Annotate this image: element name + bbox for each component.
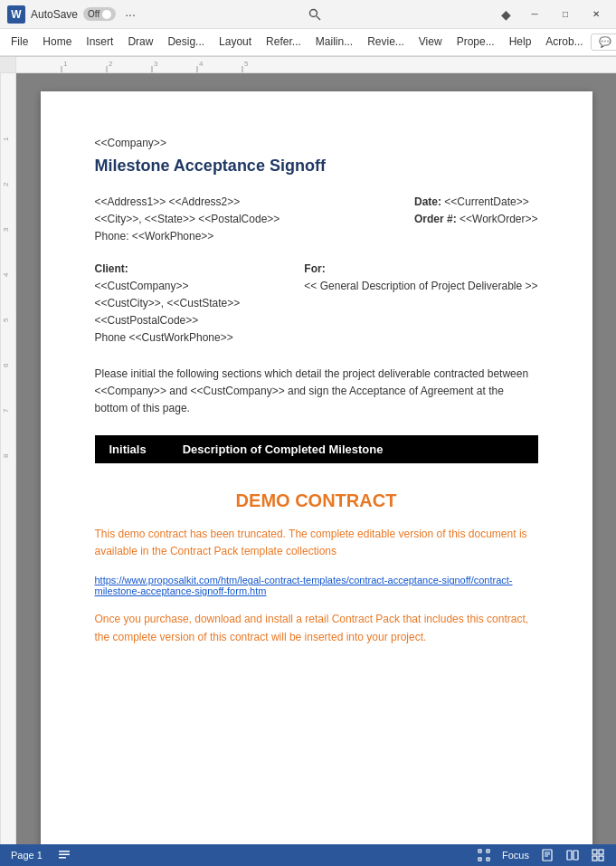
- autosave-state: Off: [88, 9, 100, 19]
- tab-insert[interactable]: Insert: [79, 32, 120, 53]
- client-company: <<CustCompany>>: [95, 278, 241, 295]
- ruler-corner: [0, 57, 16, 72]
- close-button[interactable]: ✕: [583, 5, 609, 24]
- autosave-toggle[interactable]: Off: [83, 7, 116, 21]
- svg-rect-27: [487, 850, 489, 852]
- table-header: Initials Description of Completed Milest…: [95, 435, 538, 463]
- address-right: Date: <<CurrentDate>> Order #: <<WorkOrd…: [414, 194, 538, 246]
- svg-text:5: 5: [244, 60, 249, 68]
- tab-properties[interactable]: Prope...: [450, 32, 502, 53]
- tab-home[interactable]: Home: [35, 32, 79, 53]
- comment-button[interactable]: 💬: [591, 33, 616, 51]
- word-count-icon[interactable]: [57, 848, 71, 862]
- top-ruler: 1 2 3 4 5: [16, 57, 616, 72]
- svg-text:3: 3: [154, 60, 158, 68]
- svg-text:1: 1: [2, 137, 10, 141]
- tab-draw[interactable]: Draw: [120, 32, 160, 53]
- address-line3: Phone: <<WorkPhone>>: [95, 228, 280, 245]
- for-value: << General Description of Project Delive…: [304, 278, 537, 295]
- autosave-label: AutoSave: [31, 8, 78, 21]
- svg-text:8: 8: [2, 453, 10, 458]
- svg-point-0: [310, 9, 317, 16]
- svg-rect-34: [567, 851, 572, 860]
- address-line2: <<City>>, <<State>> <<PostalCode>>: [95, 211, 280, 228]
- tab-view[interactable]: View: [412, 32, 450, 53]
- maximize-button[interactable]: □: [553, 5, 578, 24]
- tab-help[interactable]: Help: [502, 32, 539, 53]
- tab-references[interactable]: Refer...: [259, 32, 308, 53]
- address-line1: <<Address1>> <<Address2>>: [95, 194, 280, 211]
- left-ruler: 1 2 3 4 5 6 7 8: [0, 73, 16, 844]
- focus-label[interactable]: Focus: [502, 850, 529, 861]
- table-col2: Description of Completed Milestone: [183, 443, 384, 456]
- tab-review[interactable]: Revie...: [360, 32, 412, 53]
- statusbar-right: Focus: [477, 848, 605, 862]
- client-postal: <<CustPostalCode>>: [95, 312, 241, 329]
- main-area: 1 2 3 4 5 6 7 8 <<Company>> Milestone Ac…: [0, 73, 616, 844]
- svg-rect-24: [59, 854, 70, 856]
- svg-line-1: [317, 16, 320, 20]
- svg-text:7: 7: [2, 408, 10, 413]
- demo-link[interactable]: https://www.proposalkit.com/htm/legal-co…: [95, 575, 538, 596]
- more-button[interactable]: ···: [125, 7, 136, 22]
- client-city-state: <<CustCity>>, <<CustState>>: [95, 295, 241, 312]
- order-label: Order #:: [414, 213, 457, 225]
- svg-rect-30: [543, 850, 552, 861]
- word-icon: W: [7, 5, 25, 24]
- svg-text:3: 3: [2, 227, 10, 232]
- minimize-button[interactable]: ─: [522, 5, 547, 24]
- titlebar: W AutoSave Off ··· ◆ ─ □ ✕: [0, 0, 616, 29]
- svg-rect-26: [479, 850, 481, 852]
- titlebar-left: W AutoSave Off ···: [7, 5, 136, 24]
- read-mode-icon[interactable]: [565, 848, 580, 862]
- svg-rect-36: [592, 850, 597, 854]
- svg-rect-28: [479, 858, 481, 861]
- svg-text:4: 4: [2, 272, 10, 277]
- svg-text:1: 1: [63, 60, 68, 68]
- zoom-icon[interactable]: [591, 848, 605, 862]
- tab-design[interactable]: Desig...: [160, 32, 212, 53]
- comment-icon: 💬: [599, 36, 611, 48]
- page-indicator: Page 1: [11, 850, 43, 861]
- tab-mailings[interactable]: Mailin...: [308, 32, 360, 53]
- body-text: Please initial the following sections wh…: [95, 366, 538, 418]
- document-page: <<Company>> Milestone Acceptance Signoff…: [41, 91, 592, 844]
- tab-acrobat[interactable]: Acrob...: [538, 32, 590, 53]
- demo-contract-title: DEMO CONTRACT: [95, 490, 538, 511]
- page-container: <<Company>> Milestone Acceptance Signoff…: [16, 73, 616, 844]
- svg-rect-38: [592, 856, 597, 861]
- demo-purchase-text: Once you purchase, download and install …: [95, 611, 538, 645]
- gem-icon[interactable]: ◆: [495, 4, 516, 25]
- client-right: For: << General Description of Project D…: [304, 261, 537, 347]
- demo-notice: This demo contract has been truncated. T…: [95, 526, 538, 560]
- date-label: Date:: [414, 195, 441, 208]
- date-value: <<CurrentDate>>: [444, 195, 528, 208]
- search-button[interactable]: [302, 5, 327, 24]
- ribbon-tabs: File Home Insert Draw Desig... Layout Re…: [0, 29, 616, 56]
- date-row: Date: <<CurrentDate>>: [414, 194, 538, 211]
- for-label: For:: [304, 262, 325, 275]
- print-layout-icon[interactable]: [540, 848, 554, 862]
- statusbar: Page 1 Focus: [0, 844, 616, 866]
- address-left: <<Address1>> <<Address2>> <<City>>, <<St…: [95, 194, 280, 246]
- client-label: Client:: [95, 262, 128, 275]
- toggle-dot: [102, 10, 111, 19]
- client-phone: Phone <<CustWorkPhone>>: [95, 329, 241, 347]
- svg-rect-29: [487, 858, 489, 861]
- svg-rect-39: [599, 856, 603, 861]
- svg-rect-37: [599, 850, 603, 854]
- svg-text:4: 4: [199, 60, 204, 68]
- tab-layout[interactable]: Layout: [212, 32, 259, 53]
- svg-text:2: 2: [2, 182, 10, 186]
- order-row: Order #: <<WorkOrder>>: [414, 211, 538, 228]
- tab-file[interactable]: File: [4, 32, 35, 53]
- table-col1: Initials: [109, 443, 147, 456]
- svg-text:5: 5: [2, 318, 10, 322]
- client-block: Client: <<CustCompany>> <<CustCity>>, <<…: [95, 261, 538, 347]
- svg-rect-23: [59, 851, 70, 852]
- titlebar-center: [136, 5, 495, 24]
- focus-button[interactable]: [477, 848, 491, 862]
- client-left: Client: <<CustCompany>> <<CustCity>>, <<…: [95, 261, 241, 347]
- svg-rect-25: [59, 857, 66, 859]
- address-block: <<Address1>> <<Address2>> <<City>>, <<St…: [95, 194, 538, 246]
